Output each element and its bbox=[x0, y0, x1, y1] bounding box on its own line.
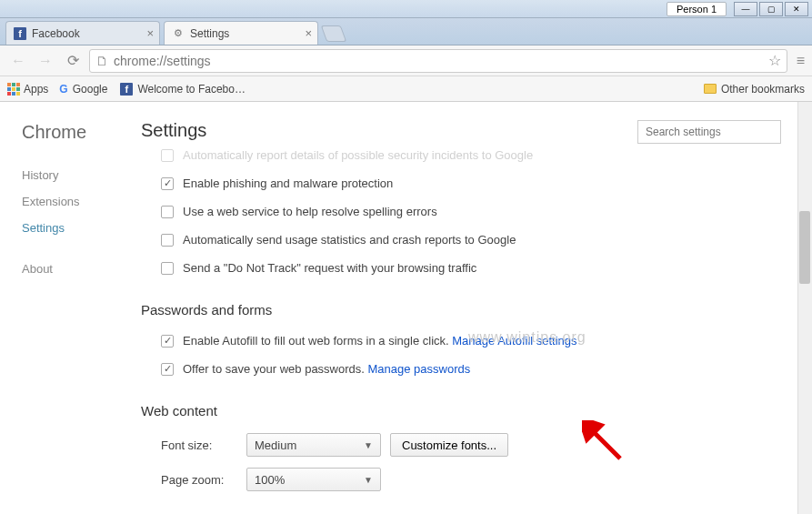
facebook-icon: f bbox=[14, 27, 26, 40]
setting-label: Automatically report details of possible… bbox=[183, 148, 533, 162]
font-size-label: Font size: bbox=[161, 438, 246, 452]
google-icon: G bbox=[59, 83, 67, 96]
bookmarks-bar: Apps G Google f Welcome to Facebo… Other… bbox=[0, 76, 812, 102]
close-window-button[interactable]: ✕ bbox=[785, 2, 808, 16]
sidebar-brand: Chrome bbox=[22, 122, 141, 143]
search-input[interactable] bbox=[637, 120, 781, 144]
setting-label: Enable phishing and malware protection bbox=[183, 176, 393, 190]
tab-strip: f Facebook × ⚙ Settings × bbox=[0, 18, 812, 45]
checkbox-save-passwords[interactable] bbox=[161, 363, 174, 376]
setting-label: Offer to save your web passwords. bbox=[183, 362, 368, 376]
close-tab-icon[interactable]: × bbox=[146, 26, 154, 40]
setting-label: Enable Autofill to fill out web forms in… bbox=[183, 334, 452, 348]
close-tab-icon[interactable]: × bbox=[305, 26, 312, 40]
maximize-button[interactable]: ▢ bbox=[759, 2, 783, 16]
new-tab-button[interactable] bbox=[321, 25, 347, 42]
url-text: chrome://settings bbox=[114, 54, 211, 68]
sidebar-item-extensions[interactable]: Extensions bbox=[22, 195, 141, 208]
section-passwords-forms: Passwords and forms bbox=[141, 302, 790, 317]
setting-label: Send a "Do Not Track" request with your … bbox=[183, 261, 476, 275]
page-zoom-select[interactable]: 100% ▼ bbox=[246, 468, 381, 491]
customize-fonts-button[interactable]: Customize fonts... bbox=[390, 433, 508, 457]
content-area: Chrome History Extensions Settings About… bbox=[0, 102, 812, 514]
window-titlebar: Person 1 — ▢ ✕ bbox=[0, 0, 812, 18]
tab-label: Facebook bbox=[32, 27, 80, 40]
other-bookmarks-label: Other bookmarks bbox=[721, 83, 805, 96]
tab-label: Settings bbox=[190, 27, 229, 40]
chrome-menu-button[interactable]: ≡ bbox=[797, 53, 805, 69]
vertical-scrollbar[interactable] bbox=[797, 102, 812, 514]
minimize-button[interactable]: — bbox=[734, 2, 757, 16]
link-manage-passwords[interactable]: Manage passwords bbox=[368, 362, 471, 376]
forward-button[interactable]: → bbox=[35, 50, 56, 72]
checkbox-phishing[interactable] bbox=[161, 177, 174, 190]
page-zoom-label: Page zoom: bbox=[161, 473, 246, 487]
reload-button[interactable]: ⟳ bbox=[62, 50, 84, 72]
chevron-down-icon: ▼ bbox=[364, 475, 373, 485]
apps-label: Apps bbox=[24, 83, 48, 96]
sidebar-item-settings[interactable]: Settings bbox=[22, 221, 141, 235]
section-web-content: Web content bbox=[141, 403, 790, 418]
sidebar-item-about[interactable]: About bbox=[22, 262, 141, 276]
setting-label: Use a web service to help resolve spelli… bbox=[183, 205, 437, 218]
scrollbar-thumb[interactable] bbox=[799, 211, 810, 284]
tab-facebook[interactable]: f Facebook × bbox=[5, 21, 160, 45]
bookmark-label: Welcome to Facebo… bbox=[137, 83, 246, 96]
bookmark-facebook[interactable]: f Welcome to Facebo… bbox=[120, 83, 246, 96]
settings-main: Settings Automatically report details of… bbox=[141, 102, 812, 514]
profile-button[interactable]: Person 1 bbox=[667, 2, 727, 16]
checkbox-autofill[interactable] bbox=[161, 335, 174, 348]
facebook-icon: f bbox=[120, 83, 133, 96]
checkbox-spelling[interactable] bbox=[161, 206, 174, 218]
sidebar: Chrome History Extensions Settings About bbox=[0, 102, 141, 514]
address-bar[interactable]: 🗋 chrome://settings ☆ bbox=[89, 49, 787, 73]
other-bookmarks[interactable]: Other bookmarks bbox=[704, 83, 805, 96]
link-manage-autofill[interactable]: Manage Autofill settings bbox=[452, 334, 576, 348]
folder-icon bbox=[704, 84, 717, 94]
search-settings[interactable] bbox=[637, 120, 781, 144]
tab-settings[interactable]: ⚙ Settings × bbox=[164, 21, 318, 45]
select-value: Medium bbox=[255, 438, 296, 452]
bookmark-google[interactable]: G Google bbox=[59, 83, 107, 96]
checkbox-do-not-track[interactable] bbox=[161, 262, 174, 275]
toolbar: ← → ⟳ 🗋 chrome://settings ☆ ≡ bbox=[0, 45, 812, 76]
sidebar-item-history[interactable]: History bbox=[22, 168, 141, 182]
select-value: 100% bbox=[255, 473, 285, 487]
checkbox-report-incidents[interactable] bbox=[161, 149, 174, 162]
page-icon: 🗋 bbox=[95, 54, 108, 68]
gear-icon: ⚙ bbox=[172, 27, 185, 40]
bookmark-star-icon[interactable]: ☆ bbox=[768, 52, 781, 69]
bookmark-label: Google bbox=[73, 83, 108, 96]
font-size-select[interactable]: Medium ▼ bbox=[246, 433, 381, 457]
apps-button[interactable]: Apps bbox=[7, 83, 48, 96]
back-button[interactable]: ← bbox=[7, 50, 29, 72]
setting-label: Automatically send usage statistics and … bbox=[183, 233, 516, 247]
checkbox-usage-stats[interactable] bbox=[161, 234, 174, 247]
apps-grid-icon bbox=[7, 83, 20, 96]
chevron-down-icon: ▼ bbox=[364, 440, 373, 450]
